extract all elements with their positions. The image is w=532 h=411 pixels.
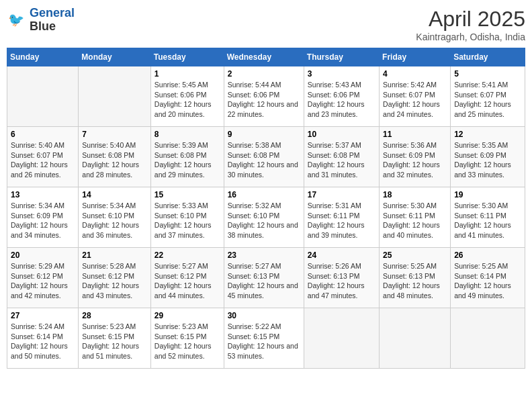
day-info: Sunrise: 5:45 AM Sunset: 6:06 PM Dayligh… [154,80,220,120]
day-number: 22 [154,250,220,260]
calendar-cell: 26Sunrise: 5:25 AM Sunset: 6:14 PM Dayli… [451,248,525,308]
calendar-cell: 13Sunrise: 5:34 AM Sunset: 6:09 PM Dayli… [7,187,79,248]
calendar-cell: 18Sunrise: 5:30 AM Sunset: 6:11 PM Dayli… [380,187,451,248]
day-info: Sunrise: 5:35 AM Sunset: 6:09 PM Dayligh… [454,140,521,180]
weekday-header: Sunday [7,48,79,66]
calendar-week-row: 13Sunrise: 5:34 AM Sunset: 6:09 PM Dayli… [7,187,525,248]
calendar-cell: 1Sunrise: 5:45 AM Sunset: 6:06 PM Daylig… [150,66,224,127]
day-info: Sunrise: 5:44 AM Sunset: 6:06 PM Dayligh… [228,80,300,120]
location: Kaintragarh, Odisha, India [416,32,525,42]
day-number: 11 [383,130,447,139]
day-info: Sunrise: 5:28 AM Sunset: 6:12 PM Dayligh… [82,261,146,301]
month-year: April 2025 [416,7,525,32]
weekday-header: Wednesday [224,48,304,66]
day-number: 15 [154,190,220,199]
calendar-table: SundayMondayTuesdayWednesdayThursdayFrid… [7,48,525,369]
calendar-week-row: 27Sunrise: 5:24 AM Sunset: 6:14 PM Dayli… [7,308,525,369]
day-number: 7 [82,130,146,139]
day-info: Sunrise: 5:43 AM Sunset: 6:06 PM Dayligh… [308,80,375,120]
day-info: Sunrise: 5:30 AM Sunset: 6:11 PM Dayligh… [454,201,521,240]
logo: 🐦 General Blue [7,7,75,34]
calendar-cell: 21Sunrise: 5:28 AM Sunset: 6:12 PM Dayli… [79,248,150,308]
calendar-cell: 10Sunrise: 5:37 AM Sunset: 6:08 PM Dayli… [304,127,379,187]
day-number: 6 [11,130,75,139]
day-info: Sunrise: 5:27 AM Sunset: 6:13 PM Dayligh… [228,261,300,301]
day-number: 23 [228,250,300,260]
svg-text:🐦: 🐦 [8,11,25,28]
calendar-cell [7,66,79,127]
day-info: Sunrise: 5:33 AM Sunset: 6:10 PM Dayligh… [154,201,220,240]
calendar-cell: 12Sunrise: 5:35 AM Sunset: 6:09 PM Dayli… [451,127,525,187]
day-number: 19 [454,190,521,199]
calendar-week-row: 1Sunrise: 5:45 AM Sunset: 6:06 PM Daylig… [7,66,525,127]
weekday-header: Saturday [451,48,525,66]
day-info: Sunrise: 5:24 AM Sunset: 6:14 PM Dayligh… [11,322,75,361]
day-number: 4 [383,69,447,79]
day-info: Sunrise: 5:40 AM Sunset: 6:08 PM Dayligh… [82,140,146,180]
header: 🐦 General Blue April 2025 Kaintragarh, O… [7,7,525,42]
calendar-cell: 4Sunrise: 5:42 AM Sunset: 6:07 PM Daylig… [380,66,451,127]
day-number: 27 [11,311,75,320]
day-number: 1 [154,69,220,79]
calendar-cell: 11Sunrise: 5:36 AM Sunset: 6:09 PM Dayli… [380,127,451,187]
calendar-cell: 3Sunrise: 5:43 AM Sunset: 6:06 PM Daylig… [304,66,379,127]
day-info: Sunrise: 5:31 AM Sunset: 6:11 PM Dayligh… [308,201,375,240]
day-info: Sunrise: 5:25 AM Sunset: 6:13 PM Dayligh… [383,261,447,301]
day-number: 25 [383,250,447,260]
day-number: 20 [11,250,75,260]
calendar-cell: 8Sunrise: 5:39 AM Sunset: 6:08 PM Daylig… [150,127,224,187]
day-info: Sunrise: 5:23 AM Sunset: 6:15 PM Dayligh… [154,322,220,361]
title-area: April 2025 Kaintragarh, Odisha, India [416,7,525,42]
day-number: 13 [11,190,75,199]
calendar-week-row: 20Sunrise: 5:29 AM Sunset: 6:12 PM Dayli… [7,248,525,308]
day-info: Sunrise: 5:23 AM Sunset: 6:15 PM Dayligh… [82,322,146,361]
day-info: Sunrise: 5:22 AM Sunset: 6:15 PM Dayligh… [228,322,300,361]
day-number: 8 [154,130,220,139]
calendar-cell [304,308,379,369]
calendar-cell: 2Sunrise: 5:44 AM Sunset: 6:06 PM Daylig… [224,66,304,127]
day-number: 16 [228,190,300,199]
calendar-cell: 15Sunrise: 5:33 AM Sunset: 6:10 PM Dayli… [150,187,224,248]
calendar-cell: 28Sunrise: 5:23 AM Sunset: 6:15 PM Dayli… [79,308,150,369]
day-number: 9 [228,130,300,139]
day-number: 5 [454,69,521,79]
day-number: 3 [308,69,375,79]
calendar-cell: 30Sunrise: 5:22 AM Sunset: 6:15 PM Dayli… [224,308,304,369]
day-number: 18 [383,190,447,199]
calendar-cell: 14Sunrise: 5:34 AM Sunset: 6:10 PM Dayli… [79,187,150,248]
calendar-cell [380,308,451,369]
calendar-cell: 5Sunrise: 5:41 AM Sunset: 6:07 PM Daylig… [451,66,525,127]
day-info: Sunrise: 5:32 AM Sunset: 6:10 PM Dayligh… [228,201,300,240]
calendar-cell: 6Sunrise: 5:40 AM Sunset: 6:07 PM Daylig… [7,127,79,187]
weekday-header: Monday [79,48,150,66]
day-info: Sunrise: 5:30 AM Sunset: 6:11 PM Dayligh… [383,201,447,240]
calendar-cell: 7Sunrise: 5:40 AM Sunset: 6:08 PM Daylig… [79,127,150,187]
weekday-header: Tuesday [150,48,224,66]
weekday-header: Thursday [304,48,379,66]
calendar-cell: 29Sunrise: 5:23 AM Sunset: 6:15 PM Dayli… [150,308,224,369]
day-info: Sunrise: 5:34 AM Sunset: 6:10 PM Dayligh… [82,201,146,240]
calendar-cell: 22Sunrise: 5:27 AM Sunset: 6:12 PM Dayli… [150,248,224,308]
day-info: Sunrise: 5:29 AM Sunset: 6:12 PM Dayligh… [11,261,75,301]
calendar-cell: 9Sunrise: 5:38 AM Sunset: 6:08 PM Daylig… [224,127,304,187]
day-number: 29 [154,311,220,320]
calendar-week-row: 6Sunrise: 5:40 AM Sunset: 6:07 PM Daylig… [7,127,525,187]
day-info: Sunrise: 5:41 AM Sunset: 6:07 PM Dayligh… [454,80,521,120]
day-number: 2 [228,69,300,79]
day-number: 30 [228,311,300,320]
logo-text: General Blue [30,7,75,34]
calendar-cell: 25Sunrise: 5:25 AM Sunset: 6:13 PM Dayli… [380,248,451,308]
day-number: 14 [82,190,146,199]
calendar-cell: 27Sunrise: 5:24 AM Sunset: 6:14 PM Dayli… [7,308,79,369]
calendar-cell: 19Sunrise: 5:30 AM Sunset: 6:11 PM Dayli… [451,187,525,248]
logo-bird-icon: 🐦 [7,10,27,30]
day-info: Sunrise: 5:34 AM Sunset: 6:09 PM Dayligh… [11,201,75,240]
day-info: Sunrise: 5:26 AM Sunset: 6:13 PM Dayligh… [308,261,375,301]
calendar-cell [451,308,525,369]
day-number: 21 [82,250,146,260]
day-number: 10 [308,130,375,139]
day-number: 17 [308,190,375,199]
calendar-cell: 17Sunrise: 5:31 AM Sunset: 6:11 PM Dayli… [304,187,379,248]
calendar-cell: 16Sunrise: 5:32 AM Sunset: 6:10 PM Dayli… [224,187,304,248]
day-info: Sunrise: 5:39 AM Sunset: 6:08 PM Dayligh… [154,140,220,180]
